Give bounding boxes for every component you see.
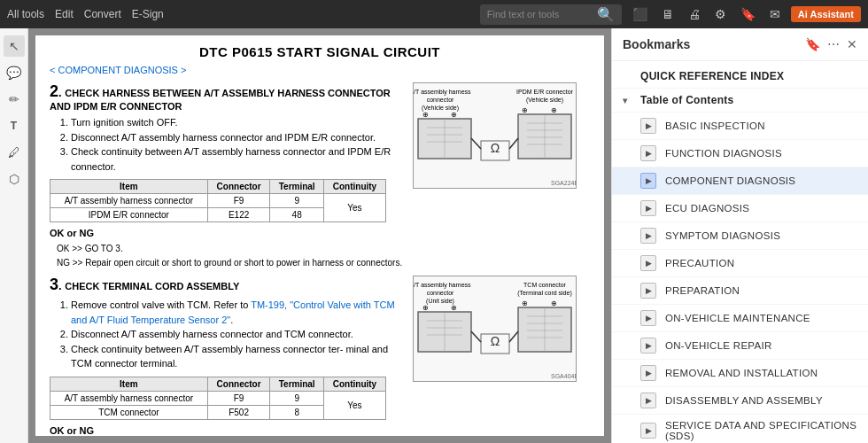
comment-tool-btn[interactable]: 💬 <box>4 62 25 83</box>
step2-content: 2. CHECK HARNESS BETWEEN A/T ASSEMBLY HA… <box>50 82 404 270</box>
menu-bar: All tools Edit Convert E-Sign <box>7 8 164 20</box>
cursor-tool-btn[interactable]: ↖ <box>4 35 25 57</box>
panel-header: Bookmarks 🔖 ⋯ ✕ <box>612 28 868 61</box>
close-panel-btn[interactable]: ✕ <box>847 37 857 51</box>
step2-diagram-box: A/T assembly harness connector (Vehicle … <box>413 82 577 189</box>
menu-esign[interactable]: E-Sign <box>132 8 164 20</box>
svg-text:TCM connector: TCM connector <box>523 282 567 288</box>
cell-connector: E122 <box>207 208 270 222</box>
svg-text:A/T assembly harness: A/T assembly harness <box>414 282 471 289</box>
mail-btn[interactable]: ✉ <box>766 5 784 23</box>
bookmark-label: ON-VEHICLE MAINTENANCE <box>665 313 857 323</box>
expand-btn[interactable]: ▶ <box>640 145 656 161</box>
bookmark-panel-icon[interactable]: 🔖 <box>805 37 820 51</box>
print-btn[interactable]: 🖨 <box>685 5 704 23</box>
svg-text:⊕: ⊕ <box>451 111 457 119</box>
edit-tool-btn[interactable]: ✏ <box>4 89 25 110</box>
bookmark-disassembly-assembly[interactable]: ▶ DISASSEMBLY AND ASSEMBLY <box>612 387 868 415</box>
step2-ok: OK >> GO TO 3. <box>57 242 404 256</box>
bookmark-label: SERVICE DATA AND SPECIFICATIONS (SDS) <box>665 420 857 441</box>
bookmark-btn[interactable]: 🔖 <box>737 5 759 23</box>
menu-all-tools[interactable]: All tools <box>7 8 44 20</box>
bookmark-sds[interactable]: ▶ SERVICE DATA AND SPECIFICATIONS (SDS) <box>612 415 868 443</box>
step3-diagram: A/T assembly harness connector (Unit sid… <box>413 276 590 436</box>
cell-terminal: 8 <box>270 405 324 419</box>
svg-line-18 <box>471 138 481 149</box>
sidebar-toggle-btn[interactable]: ⬛ <box>629 5 651 23</box>
step2-instruction-3: Check continuity between A/T assembly ha… <box>71 144 404 174</box>
tm199-link[interactable]: TM-199, "Control Valve with TCM and A/T … <box>71 299 395 325</box>
svg-text:⊕: ⊕ <box>422 111 429 119</box>
cell-item: A/T assembly harness connector <box>50 194 208 208</box>
bookmark-precaution[interactable]: ▶ PRECAUTION <box>612 250 868 277</box>
bookmark-preparation[interactable]: ▶ PREPARATION <box>612 277 868 305</box>
bookmark-label: PREPARATION <box>665 285 857 296</box>
fullscreen-btn[interactable]: 🖥 <box>658 5 678 23</box>
more-options-btn[interactable]: ⋯ <box>827 37 840 51</box>
search-input[interactable] <box>487 9 593 19</box>
doc-content[interactable]: DTC P0615 START SIGNAL CIRCUIT < COMPONE… <box>35 35 604 436</box>
bookmark-toc[interactable]: ▾ Table of Contents <box>612 89 868 113</box>
expand-btn[interactable]: ▶ <box>640 392 656 408</box>
chevron-down-icon: ▾ <box>623 96 635 105</box>
svg-text:⊕: ⊕ <box>551 106 557 114</box>
expand-btn[interactable]: ▶ <box>640 173 656 189</box>
menu-convert[interactable]: Convert <box>84 8 121 20</box>
expand-btn[interactable]: ▶ <box>640 423 656 439</box>
search-bar[interactable]: 🔍 <box>480 4 622 25</box>
step2-instruction-1: Turn ignition switch OFF. <box>71 115 404 130</box>
expand-btn[interactable]: ▶ <box>640 338 656 354</box>
table-row: A/T assembly harness connector F9 9 Yes <box>50 391 386 405</box>
expand-btn[interactable]: ▶ <box>640 310 656 326</box>
svg-text:Ω: Ω <box>491 141 500 155</box>
expand-btn[interactable]: ▶ <box>640 255 656 271</box>
col-connector: Connector <box>207 180 270 194</box>
cell-continuity: Yes <box>323 194 385 222</box>
settings-btn[interactable]: ⚙ <box>711 5 730 23</box>
col-item: Item <box>50 377 208 391</box>
bookmark-function-diagnosis[interactable]: ▶ FUNCTION DIAGNOSIS <box>612 140 868 167</box>
pen-tool-btn[interactable]: 🖊 <box>4 142 25 163</box>
bookmark-ecu-diagnosis[interactable]: ▶ ECU DIAGNOSIS <box>612 195 868 222</box>
expand-btn[interactable]: ▶ <box>640 283 656 299</box>
bookmark-on-vehicle-repair[interactable]: ▶ ON-VEHICLE REPAIR <box>612 332 868 360</box>
panel-icons: 🔖 ⋯ ✕ <box>805 37 857 51</box>
step3-title: CHECK TERMINAL CORD ASSEMBLY <box>65 281 239 291</box>
ai-assistant-button[interactable]: Ai Assistant <box>791 6 861 22</box>
col-continuity: Continuity <box>323 180 385 194</box>
bookmark-label: DISASSEMBLY AND ASSEMBLY <box>665 395 857 406</box>
bookmark-symptom-diagnosis[interactable]: ▶ SYMPTOM DIAGNOSIS <box>612 222 868 250</box>
bookmark-label: FUNCTION DIAGNOSIS <box>665 148 857 159</box>
step2-number: 2 <box>50 82 58 100</box>
bookmark-component-diagnosis[interactable]: ▶ COMPONENT DIAGNOSIS <box>612 167 868 195</box>
bookmark-removal-installation[interactable]: ▶ REMOVAL AND INSTALLATION <box>612 360 868 387</box>
step3-number: 3 <box>50 276 58 293</box>
col-terminal: Terminal <box>270 377 324 391</box>
expand-btn[interactable]: ▶ <box>640 118 656 134</box>
main-layout: ↖ 💬 ✏ T 🖊 ⬡ DTC P0615 START SIGNAL CIRCU… <box>0 28 868 443</box>
step2-title: CHECK HARNESS BETWEEN A/T ASSEMBLY HARNE… <box>50 88 391 112</box>
step2-ok-ng-details: OK >> GO TO 3. NG >> Repair open circuit… <box>57 242 404 270</box>
doc-title: DTC P0615 START SIGNAL CIRCUIT <box>50 44 590 59</box>
bookmark-label: ECU DIAGNOSIS <box>665 203 857 214</box>
step2-ok-ng-label: OK or NG <box>50 228 404 238</box>
expand-btn[interactable]: ▶ <box>640 200 656 216</box>
svg-text:⊕: ⊕ <box>422 304 429 312</box>
component-diagnosis-link[interactable]: < COMPONENT DIAGNOSIS > <box>50 65 186 75</box>
svg-text:SGA224E: SGA224E <box>551 180 577 186</box>
text-tool-btn[interactable]: T <box>4 115 25 136</box>
svg-text:(Terminal cord side): (Terminal cord side) <box>517 290 571 297</box>
bookmark-label: REMOVAL AND INSTALLATION <box>665 368 857 378</box>
cell-item: A/T assembly harness connector <box>50 391 208 405</box>
step3-content: 3. CHECK TERMINAL CORD ASSEMBLY Remove c… <box>50 276 404 436</box>
menu-edit[interactable]: Edit <box>55 8 74 20</box>
bookmark-basic-inspection[interactable]: ▶ BASIC INSPECTION <box>612 113 868 140</box>
expand-btn[interactable]: ▶ <box>640 228 656 244</box>
shape-tool-btn[interactable]: ⬡ <box>4 168 25 190</box>
svg-text:Ω: Ω <box>491 334 500 348</box>
bookmark-quick-reference[interactable]: QUICK REFERENCE INDEX <box>612 65 868 89</box>
document-page: DTC P0615 START SIGNAL CIRCUIT < COMPONE… <box>35 35 604 436</box>
bookmark-on-vehicle-maintenance[interactable]: ▶ ON-VEHICLE MAINTENANCE <box>612 305 868 332</box>
bookmark-label: SYMPTOM DIAGNOSIS <box>665 230 857 241</box>
expand-btn[interactable]: ▶ <box>640 365 656 381</box>
